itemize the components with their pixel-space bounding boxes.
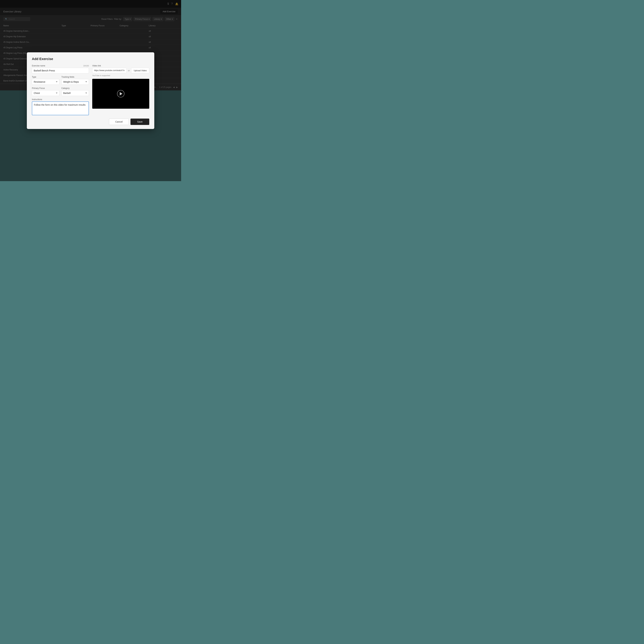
- primary-focus-select[interactable]: Chest Back Shoulders Arms Legs Core Othe…: [32, 90, 59, 96]
- modal-body: Exercise name 19/150 Type Resistance Car…: [32, 65, 149, 115]
- cancel-button[interactable]: Cancel: [109, 119, 129, 125]
- instructions-group: Instructions Follow the form on this vid…: [32, 98, 89, 115]
- type-label: Type: [32, 76, 59, 78]
- exercise-name-group: Exercise name 19/150: [32, 65, 89, 73]
- youtube-note: YouTube is supported: [92, 74, 149, 76]
- modal-right-col: Video link or Upload Video YouTube is su…: [92, 65, 149, 115]
- modal-overlay: Add Exercise Exercise name 19/150 Type R…: [0, 0, 181, 181]
- focus-category-row: Primary Focus Chest Back Shoulders Arms …: [32, 87, 89, 96]
- category-select[interactable]: Barbell Dumbbell Machine Bodyweight Cabl…: [61, 90, 89, 96]
- type-tracking-row: Type Resistance Cardio Flexibility Other…: [32, 76, 89, 85]
- type-group: Type Resistance Cardio Flexibility Other: [32, 76, 59, 85]
- primary-focus-group: Primary Focus Chest Back Shoulders Arms …: [32, 87, 59, 96]
- video-link-label: Video link: [92, 65, 149, 67]
- video-preview[interactable]: [92, 79, 149, 109]
- category-label: Category: [61, 87, 89, 89]
- primary-focus-label: Primary Focus: [32, 87, 59, 89]
- tracking-fields-label: Tracking fields: [61, 76, 89, 78]
- play-triangle-icon: [120, 92, 122, 95]
- modal-title: Add Exercise: [32, 57, 149, 61]
- category-group: Category Barbell Dumbbell Machine Bodywe…: [61, 87, 89, 96]
- video-link-row: or Upload Video: [92, 68, 149, 73]
- video-url-input[interactable]: [92, 68, 127, 73]
- instructions-label: Instructions: [32, 98, 89, 101]
- type-select[interactable]: Resistance Cardio Flexibility Other: [32, 79, 59, 85]
- modal-footer: Cancel Save: [32, 119, 149, 125]
- modal-left-col: Exercise name 19/150 Type Resistance Car…: [32, 65, 89, 115]
- instructions-textarea[interactable]: Follow the form on this video for maximu…: [32, 101, 89, 115]
- tracking-fields-group: Tracking fields Weight & Reps Time Dista…: [61, 76, 89, 85]
- char-count: 19/150: [83, 65, 89, 67]
- add-exercise-modal: Add Exercise Exercise name 19/150 Type R…: [27, 52, 154, 129]
- video-link-group: Video link or Upload Video YouTube is su…: [92, 65, 149, 76]
- play-button[interactable]: [117, 90, 124, 97]
- upload-video-button[interactable]: Upload Video: [131, 68, 149, 73]
- save-button[interactable]: Save: [130, 119, 149, 125]
- exercise-name-label: Exercise name: [32, 65, 45, 67]
- exercise-name-input[interactable]: [32, 68, 89, 73]
- or-text: or: [128, 69, 130, 72]
- tracking-fields-select[interactable]: Weight & Reps Time Distance: [61, 79, 89, 85]
